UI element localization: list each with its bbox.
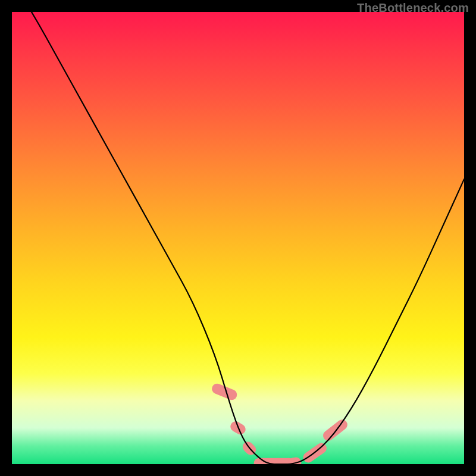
bottleneck-curve-path: [12, 12, 464, 464]
chart-frame: TheBottleneck.com: [0, 0, 476, 476]
marker-layer: [210, 382, 349, 464]
watermark-text: TheBottleneck.com: [357, 1, 469, 15]
curve-marker-6: [321, 418, 349, 443]
chart-plot-area: [12, 12, 464, 464]
chart-svg: [12, 12, 464, 464]
